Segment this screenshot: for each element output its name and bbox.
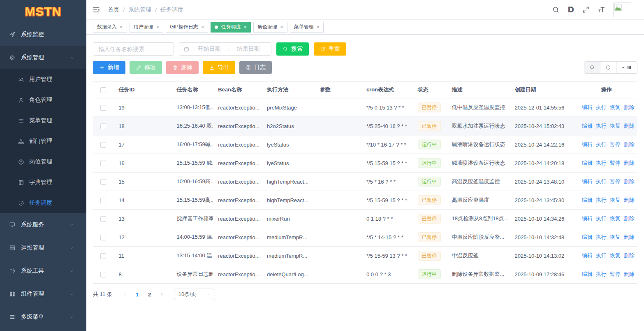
date-range-picker[interactable]: 开始日期 : 结束日期: [179, 42, 271, 56]
row-op-link[interactable]: 编辑: [582, 197, 593, 203]
edit-button[interactable]: 修改: [130, 61, 162, 74]
tab-close-icon[interactable]: ×: [156, 24, 160, 30]
row-op-link[interactable]: 执行: [596, 215, 607, 221]
select-all-checkbox[interactable]: [100, 87, 106, 93]
tab-item[interactable]: 角色管理×: [253, 22, 287, 33]
tab-item[interactable]: 数据录入×: [93, 22, 127, 33]
sidebar-item[interactable]: 多级菜单: [0, 305, 86, 329]
table-search-toggle-button[interactable]: [584, 62, 600, 73]
row-op-link[interactable]: 执行: [596, 234, 607, 240]
row-op-link[interactable]: 执行: [596, 271, 607, 277]
row-op-link[interactable]: 执行: [596, 252, 607, 259]
sidebar-item[interactable]: 系统监控: [0, 23, 86, 46]
pagination-page[interactable]: 2: [144, 291, 156, 298]
row-op-link[interactable]: 删除: [624, 215, 635, 221]
row-checkbox[interactable]: [100, 272, 106, 277]
row-op-link[interactable]: 删除: [624, 141, 635, 147]
sidebar-collapse-icon[interactable]: [92, 6, 100, 14]
row-op-link[interactable]: 执行: [596, 197, 607, 203]
pagination-next-button[interactable]: [156, 292, 168, 297]
row-op-link[interactable]: 编辑: [582, 160, 593, 166]
error-log-icon[interactable]: D: [568, 6, 574, 14]
reset-button[interactable]: 重置: [314, 42, 346, 56]
row-checkbox[interactable]: [100, 235, 106, 240]
font-size-icon[interactable]: [598, 6, 605, 14]
row-op-link[interactable]: 删除: [624, 104, 635, 110]
pagination-prev-button[interactable]: [119, 292, 131, 297]
row-op-link[interactable]: 编辑: [582, 123, 593, 129]
sidebar-item[interactable]: 系统工具: [0, 259, 86, 282]
tab-close-icon[interactable]: ×: [201, 24, 204, 30]
row-op-link[interactable]: 编辑: [582, 104, 593, 110]
sidebar-item[interactable]: 运维管理: [0, 236, 86, 259]
sidebar-item[interactable]: 系统管理: [0, 46, 86, 69]
row-checkbox[interactable]: [100, 253, 106, 259]
row-op-link[interactable]: 执行: [596, 160, 607, 166]
row-checkbox[interactable]: [100, 105, 106, 111]
delete-button[interactable]: 删除: [166, 61, 199, 74]
row-checkbox[interactable]: [100, 216, 106, 222]
row-op-link[interactable]: 删除: [624, 123, 635, 129]
row-op-link[interactable]: 编辑: [582, 178, 593, 184]
tab-close-icon[interactable]: ×: [280, 24, 283, 30]
row-op-link[interactable]: 暂停: [610, 178, 621, 184]
avatar[interactable]: [613, 2, 631, 17]
sidebar-subitem[interactable]: 菜单管理: [0, 110, 86, 131]
task-name-search-input[interactable]: [93, 42, 174, 56]
tab-item[interactable]: 用户管理×: [130, 22, 164, 33]
row-op-link[interactable]: 编辑: [582, 215, 593, 221]
row-op-link[interactable]: 删除: [624, 160, 635, 166]
sidebar-subitem[interactable]: 角色管理: [0, 90, 86, 110]
row-checkbox[interactable]: [100, 161, 106, 166]
row-op-link[interactable]: 执行: [596, 178, 607, 184]
row-op-link[interactable]: 暂停: [610, 271, 621, 277]
row-op-link[interactable]: 恢复: [610, 104, 621, 110]
tab-close-icon[interactable]: ×: [243, 24, 247, 30]
row-op-link[interactable]: 恢复: [610, 215, 621, 221]
header-search-icon[interactable]: [552, 6, 560, 14]
table-columns-button[interactable]: [616, 62, 637, 73]
row-op-link[interactable]: 编辑: [582, 252, 593, 259]
row-op-link[interactable]: 恢复: [610, 123, 621, 129]
row-op-link[interactable]: 暂停: [610, 160, 621, 166]
row-op-link[interactable]: 恢复: [610, 234, 621, 240]
row-op-link[interactable]: 恢复: [610, 252, 621, 259]
tab-close-icon[interactable]: ×: [317, 24, 320, 30]
tab-item[interactable]: GIP操作日志×: [166, 22, 208, 33]
row-op-link[interactable]: 恢复: [610, 197, 621, 203]
row-op-link[interactable]: 执行: [596, 123, 607, 129]
search-button[interactable]: 搜索: [276, 42, 309, 56]
row-op-link[interactable]: 执行: [596, 104, 607, 110]
log-button[interactable]: 日志: [239, 61, 272, 74]
row-op-link[interactable]: 删除: [624, 178, 635, 184]
tab-active[interactable]: 任务调度×: [211, 22, 251, 33]
row-op-link[interactable]: 删除: [624, 252, 635, 259]
page-size-select[interactable]: 10条/页: [174, 289, 215, 300]
sidebar-subitem[interactable]: 任务调度: [0, 193, 86, 213]
tab-item[interactable]: 菜单管理×: [290, 22, 324, 33]
row-checkbox[interactable]: [100, 124, 106, 129]
sidebar-subitem[interactable]: 部门管理: [0, 131, 86, 152]
row-op-link[interactable]: 编辑: [582, 271, 593, 277]
row-op-link[interactable]: 删除: [624, 271, 635, 277]
row-op-link[interactable]: 删除: [624, 234, 635, 240]
pagination-page[interactable]: 1: [131, 291, 144, 298]
fullscreen-icon[interactable]: [582, 6, 590, 14]
sidebar-item[interactable]: 系统服务: [0, 213, 86, 236]
row-op-link[interactable]: 编辑: [582, 234, 593, 240]
row-op-link[interactable]: 编辑: [582, 141, 593, 147]
row-op-link[interactable]: 删除: [624, 197, 635, 203]
row-checkbox[interactable]: [100, 142, 106, 148]
tab-close-icon[interactable]: ×: [120, 24, 123, 30]
sidebar-subitem[interactable]: 用户管理: [0, 69, 86, 90]
row-checkbox[interactable]: [100, 179, 106, 185]
sidebar-subitem[interactable]: 字典管理: [0, 172, 86, 193]
add-button[interactable]: 新增: [93, 61, 125, 74]
sidebar-item[interactable]: 组件管理: [0, 282, 86, 305]
sidebar-subitem[interactable]: 岗位管理: [0, 152, 86, 172]
table-refresh-button[interactable]: [600, 62, 616, 73]
row-checkbox[interactable]: [100, 198, 106, 203]
export-button[interactable]: 导出: [203, 61, 235, 74]
row-op-link[interactable]: 执行: [596, 141, 607, 147]
breadcrumb-item[interactable]: 首页: [108, 6, 119, 14]
